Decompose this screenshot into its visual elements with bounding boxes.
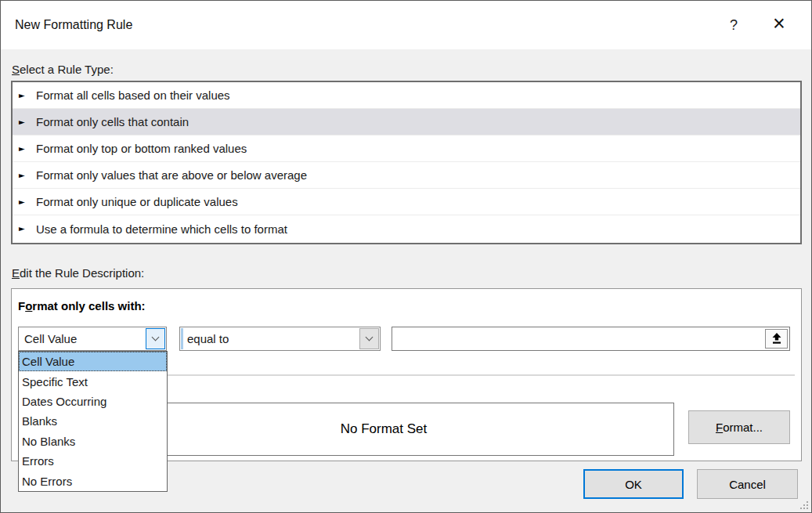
- rule-type-item-selected[interactable]: ► Format only cells that contain: [13, 109, 800, 135]
- collapse-dialog-icon: [770, 333, 783, 345]
- dropdown-option[interactable]: Blanks: [19, 411, 167, 431]
- cancel-button[interactable]: Cancel: [697, 469, 798, 499]
- cell-value-dropdown-button[interactable]: [146, 328, 165, 349]
- arrow-right-icon: ►: [19, 118, 30, 126]
- rule-type-item[interactable]: ► Format all cells based on their values: [13, 82, 800, 109]
- cell-value-combobox[interactable]: Cell Value: [18, 327, 167, 351]
- help-button[interactable]: ?: [716, 1, 752, 49]
- arrow-right-icon: ►: [19, 172, 30, 179]
- titlebar: New Formatting Rule ? ×: [1, 1, 811, 49]
- rule-type-item-label: Format only unique or duplicate values: [36, 195, 238, 208]
- close-button[interactable]: ×: [761, 1, 797, 49]
- rule-type-item[interactable]: ► Format only unique or duplicate values: [13, 189, 800, 215]
- rule-type-item-label: Format only top or bottom ranked values: [36, 142, 247, 155]
- rule-type-item[interactable]: ► Format only values that are above or b…: [13, 162, 800, 189]
- ok-button[interactable]: OK: [583, 469, 684, 499]
- arrow-right-icon: ►: [19, 92, 30, 99]
- dropdown-option[interactable]: Specific Text: [19, 371, 167, 391]
- dropdown-option[interactable]: No Blanks: [19, 432, 167, 451]
- cell-value-dropdown-list: Cell Value Specific Text Dates Occurring…: [18, 351, 168, 492]
- rule-type-item[interactable]: ► Format only top or bottom ranked value…: [13, 135, 800, 162]
- arrow-right-icon: ►: [19, 145, 30, 153]
- resize-grip[interactable]: [799, 500, 809, 510]
- rule-value-field: [392, 327, 790, 351]
- dialog-title: New Formatting Rule: [15, 1, 132, 49]
- format-preview-text: No Format Set: [341, 421, 428, 437]
- select-rule-type-label: Select a Rule Type:: [12, 63, 114, 76]
- rule-type-item[interactable]: ► Use a formula to determine which cells…: [13, 215, 800, 242]
- edit-rule-description-label: Edit the Rule Description:: [12, 266, 144, 280]
- rule-type-listbox: ► Format all cells based on their values…: [11, 81, 802, 244]
- arrow-right-icon: ►: [19, 225, 30, 233]
- arrow-right-icon: ►: [19, 198, 30, 206]
- chevron-down-icon: [152, 334, 160, 341]
- dropdown-option[interactable]: No Errors: [19, 471, 167, 491]
- cell-value-combobox-value: Cell Value: [24, 327, 77, 350]
- dropdown-option-selected[interactable]: Cell Value: [19, 352, 167, 371]
- rule-type-item-label: Format only values that are above or bel…: [36, 168, 307, 182]
- rule-type-item-label: Format only cells that contain: [36, 115, 189, 128]
- operator-dropdown-button[interactable]: [359, 328, 379, 349]
- collapse-dialog-button[interactable]: [765, 329, 788, 349]
- help-icon: ?: [730, 17, 738, 33]
- dropdown-option[interactable]: Errors: [19, 451, 167, 471]
- operator-combobox[interactable]: equal to: [179, 327, 381, 351]
- close-icon: ×: [773, 12, 785, 35]
- dropdown-option[interactable]: Dates Occurring: [19, 392, 167, 411]
- format-only-cells-with-label: Format only cells with:: [18, 299, 146, 312]
- rule-value-input[interactable]: [394, 329, 762, 349]
- rule-type-item-label: Use a formula to determine which cells t…: [36, 222, 287, 236]
- format-button[interactable]: Format...: [688, 410, 790, 444]
- rule-type-item-label: Format all cells based on their values: [36, 89, 230, 102]
- new-formatting-rule-dialog: New Formatting Rule ? × Select a Rule Ty…: [0, 0, 812, 513]
- text-caret: [181, 328, 183, 349]
- operator-combobox-value: equal to: [187, 327, 229, 350]
- format-preview-box: No Format Set: [93, 403, 674, 456]
- chevron-down-icon: [366, 334, 374, 341]
